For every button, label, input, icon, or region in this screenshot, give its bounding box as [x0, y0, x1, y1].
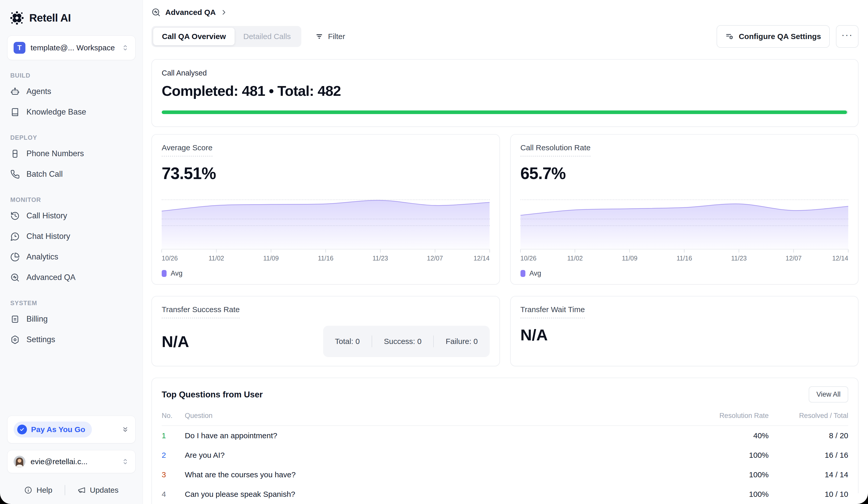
x-axis-label: 10/26: [162, 254, 178, 262]
row-rate: 100%: [684, 490, 769, 498]
x-axis-label: 12/07: [786, 254, 802, 262]
configure-qa-settings-button[interactable]: Configure QA Settings: [716, 25, 830, 48]
more-options-button[interactable]: ···: [836, 25, 858, 48]
sidebar-item-settings[interactable]: Settings: [7, 329, 135, 350]
x-axis-label: 11/02: [567, 254, 583, 262]
breadcrumb: Advanced QA: [152, 8, 858, 17]
transfer-stats: Total: 0 Success: 0 Failure: 0: [323, 326, 490, 357]
legend-swatch: [520, 270, 525, 277]
plan-card[interactable]: Pay As You Go: [7, 416, 135, 443]
call-resolution-rate-card: Call Resolution Rate 65.7% 10/2611/0211/…: [510, 134, 859, 285]
sidebar-item-label: Call History: [27, 211, 67, 220]
sidebar-item-knowledge-base[interactable]: Knowledge Base: [7, 102, 135, 122]
x-axis-label: 11/09: [263, 254, 279, 262]
transfer-row: Transfer Success Rate N/A Total: 0 Succe…: [152, 296, 858, 366]
row-question: Are you AI?: [185, 451, 684, 460]
call-resolution-rate-title: Call Resolution Rate: [520, 143, 591, 157]
sidebar-item-call-history[interactable]: Call History: [7, 205, 135, 226]
table-row[interactable]: 2 Are you AI? 100% 16 / 16: [162, 445, 848, 465]
sidebar-item-label: Settings: [27, 335, 55, 344]
sidebar-item-label: Agents: [27, 87, 51, 96]
x-axis-label: 11/16: [318, 254, 333, 262]
sidebar-item-phone-numbers[interactable]: Phone Numbers: [7, 143, 135, 164]
table-row[interactable]: 4 Can you please speak Spanish? 100% 10 …: [162, 484, 848, 504]
check-circle-icon: [17, 425, 27, 434]
row-rate: 40%: [684, 431, 769, 440]
account-selector[interactable]: evie@retellai.c...: [7, 450, 135, 473]
app-logo: Retell AI: [7, 11, 135, 25]
x-axis-label: 11/02: [209, 254, 224, 262]
x-axis-label: 10/26: [520, 254, 537, 262]
row-resolved: 16 / 16: [769, 451, 848, 460]
filter-label: Filter: [328, 32, 345, 41]
x-axis-label: 12/14: [474, 254, 490, 262]
sidebar-item-billing[interactable]: Billing: [7, 309, 135, 329]
call-resolution-rate-value: 65.7%: [520, 164, 848, 183]
x-axis-label: 12/07: [427, 254, 443, 262]
legend-swatch: [162, 270, 167, 277]
updates-label: Updates: [90, 486, 118, 494]
workspace-selector[interactable]: T template@... Workspace: [7, 36, 135, 60]
tab-call-qa-overview[interactable]: Call QA Overview: [153, 28, 235, 45]
col-resolution-rate: Resolution Rate: [684, 412, 769, 420]
area-chart-svg: [162, 194, 490, 249]
sidebar-item-batch-call[interactable]: Batch Call: [7, 164, 135, 184]
retell-logo-icon: [10, 11, 24, 25]
row-number: 3: [162, 470, 185, 479]
table-row[interactable]: 1 Do I have an appointment? 40% 8 / 20: [162, 426, 848, 445]
avatar: [13, 456, 25, 467]
sidebar-item-label: Batch Call: [27, 170, 63, 179]
progress-bar: [162, 110, 848, 114]
call-analysed-title: Call Analysed: [162, 69, 848, 77]
phone-handset-icon: [10, 170, 20, 179]
col-question: Question: [185, 412, 684, 420]
average-score-value: 73.51%: [162, 164, 490, 183]
section-label-system: SYSTEM: [7, 300, 135, 307]
transfer-wait-time-title: Transfer Wait Time: [520, 305, 585, 319]
section-label-build: BUILD: [7, 72, 135, 79]
row-rate: 100%: [684, 451, 769, 460]
average-score-title: Average Score: [162, 143, 213, 157]
x-axis-label: 11/16: [676, 254, 692, 262]
transfer-wait-time-value: N/A: [520, 326, 548, 344]
screen-corner: [857, 493, 868, 504]
account-email: evie@retellai.c...: [31, 457, 116, 466]
filter-button[interactable]: Filter: [315, 32, 345, 41]
plan-badge: Pay As You Go: [13, 422, 92, 437]
call-analysed-summary: Completed: 481 • Total: 482: [162, 82, 848, 99]
sidebar-item-label: Knowledge Base: [27, 107, 86, 117]
col-no: No.: [162, 412, 185, 420]
x-axis-label: 11/23: [372, 254, 388, 262]
table-row[interactable]: 3 What are the courses you have? 100% 14…: [162, 465, 848, 484]
view-all-button[interactable]: View All: [809, 386, 848, 403]
breadcrumb-label[interactable]: Advanced QA: [165, 8, 216, 17]
filter-icon: [315, 32, 323, 41]
x-axis-labels: 10/2611/0211/0911/1611/2312/0712/14: [162, 254, 490, 263]
transfer-success-rate-card: Transfer Success Rate N/A Total: 0 Succe…: [152, 296, 500, 366]
sidebar-item-chat-history[interactable]: Chat History: [7, 226, 135, 246]
sidebar-item-label: Phone Numbers: [27, 149, 84, 158]
average-score-chart: [162, 194, 490, 249]
workspace-name: template@... Workspace: [31, 43, 116, 52]
help-link[interactable]: Help: [24, 486, 52, 494]
sidebar-item-agents[interactable]: Agents: [7, 81, 135, 102]
x-axis-label: 11/09: [622, 254, 638, 262]
transfer-success-rate-title: Transfer Success Rate: [162, 305, 240, 319]
screen-corner: [0, 493, 11, 504]
charts-row: Average Score 73.51% 10/2611/0211/0911/1…: [152, 134, 858, 285]
settings-icon: [10, 335, 20, 344]
divider: [433, 335, 434, 347]
call-resolution-chart: [520, 194, 848, 249]
area-chart-svg: [520, 194, 848, 249]
sidebar-item-advanced-qa[interactable]: Advanced QA: [7, 267, 135, 288]
qa-magnifier-icon: [10, 273, 20, 282]
settings-sliders-icon: [725, 32, 734, 41]
table-header: No. Question Resolution Rate Resolved / …: [162, 403, 848, 426]
transfer-total: Total: 0: [335, 337, 360, 346]
row-resolved: 14 / 14: [769, 470, 848, 479]
tab-detailed-calls[interactable]: Detailed Calls: [235, 28, 300, 45]
updates-link[interactable]: Updates: [78, 486, 118, 494]
sidebar-item-analytics[interactable]: Analytics: [7, 246, 135, 267]
row-question: Do I have an appointment?: [185, 431, 684, 440]
toolbar: Call QA Overview Detailed Calls Filter C…: [152, 25, 858, 48]
